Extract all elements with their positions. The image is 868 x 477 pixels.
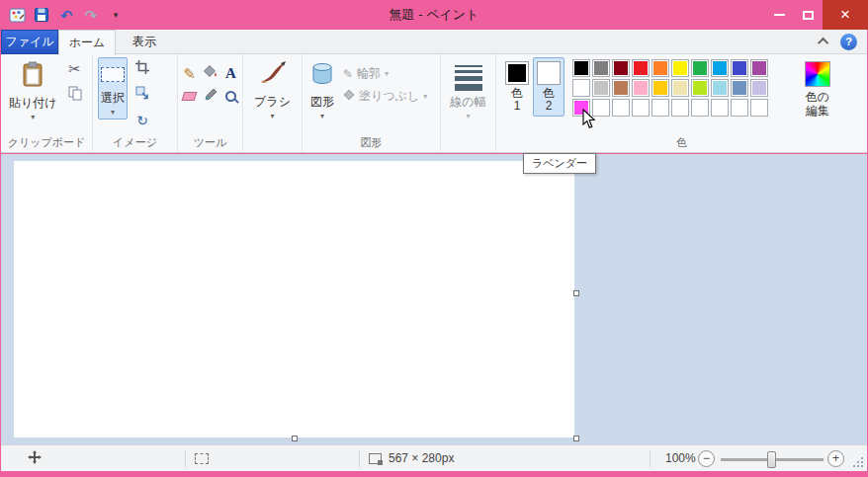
maximize-icon [803, 11, 814, 20]
palette-swatch[interactable] [711, 79, 729, 97]
text-button[interactable]: A [221, 63, 240, 84]
palette-swatch[interactable] [750, 59, 768, 77]
tabrow-right: ? [821, 30, 867, 53]
selection-size-indicator [195, 445, 209, 471]
shape-fill-label: 塗りつぶし [359, 88, 419, 105]
status-bar: 567 × 280px 100% − + [1, 444, 867, 471]
outline-button[interactable]: ✎ 輪郭 ▾ [343, 65, 427, 82]
copy-button[interactable] [63, 83, 87, 107]
palette-swatch[interactable] [691, 79, 709, 97]
shapes-button[interactable]: 図形 ▾ [307, 57, 337, 123]
statusbar-separator [359, 450, 360, 467]
palette-swatch[interactable] [632, 59, 650, 77]
help-button[interactable]: ? [840, 34, 857, 50]
color1-button[interactable]: 色1 [501, 57, 533, 117]
palette-swatch[interactable] [711, 99, 729, 117]
palette-swatch[interactable] [671, 59, 689, 77]
shape-fill-button[interactable]: 塗りつぶし ▾ [343, 88, 427, 105]
window-title: 無題 - ペイント [0, 0, 868, 30]
palette-swatch[interactable] [632, 99, 650, 117]
color-picker-button[interactable] [201, 86, 219, 107]
brushes-button[interactable]: ブラシ ▾ [251, 57, 294, 123]
zoom-in-button[interactable]: + [827, 450, 844, 467]
palette-swatch[interactable] [711, 59, 729, 77]
zoom-out-wrap: − [698, 445, 715, 471]
group-label-tools: ツール [178, 134, 242, 152]
edit-colors-button[interactable]: 色の編集 [794, 57, 841, 120]
fill-button[interactable] [201, 63, 219, 84]
resize-grip[interactable] [852, 456, 863, 467]
palette-swatch[interactable] [632, 79, 650, 97]
palette-swatch[interactable] [731, 79, 748, 97]
size-group: 線の幅 ▾ [440, 54, 495, 152]
palette-swatch[interactable] [612, 79, 630, 97]
paste-button[interactable]: 貼り付け ▾ [6, 57, 60, 124]
save-button[interactable] [33, 6, 50, 24]
palette-swatch[interactable] [750, 99, 768, 117]
eyedropper-icon [204, 88, 217, 106]
palette-swatch[interactable] [671, 99, 689, 117]
palette-swatch[interactable] [592, 59, 610, 77]
cut-button[interactable]: ✂ [63, 57, 87, 81]
palette-swatch[interactable] [572, 59, 590, 77]
magnifier-button[interactable] [221, 86, 240, 107]
palette-swatch[interactable] [572, 79, 590, 97]
palette-swatch[interactable] [592, 79, 610, 97]
close-button[interactable]: × [823, 0, 868, 30]
collapse-ribbon-chevron-icon[interactable] [818, 38, 828, 48]
palette-swatch[interactable] [691, 99, 709, 117]
outline-pencil-icon: ✎ [343, 67, 353, 81]
qat-dropdown-button[interactable]: ▾ [107, 6, 125, 24]
palette-swatch[interactable] [612, 59, 630, 77]
minimize-icon [774, 14, 785, 16]
palette-swatch[interactable] [691, 59, 709, 77]
tab-view[interactable]: 表示 [116, 30, 173, 54]
color2-label: 色2 [542, 87, 557, 113]
eraser-button[interactable] [180, 86, 199, 107]
maximize-button[interactable] [794, 0, 823, 30]
selection-size-icon [195, 453, 209, 464]
canvas[interactable] [14, 161, 574, 437]
edit-colors-rainbow-icon [805, 61, 830, 87]
ribbon-tab-row: ファイル ホーム 表示 ? [1, 30, 867, 54]
edit-colors-label: 色の編集 [800, 90, 835, 118]
minimize-button[interactable] [765, 0, 794, 30]
palette-swatch[interactable] [671, 79, 689, 97]
brushes-label: ブラシ [254, 94, 291, 111]
dropdown-arrow-icon: ▾ [270, 113, 274, 120]
undo-button[interactable]: ↶ [57, 6, 75, 24]
crop-button[interactable] [130, 57, 154, 81]
color2-button[interactable]: 色2 [533, 57, 564, 117]
group-label-clipboard: クリップボード [1, 134, 92, 152]
redo-button[interactable]: ↷ [82, 6, 100, 24]
palette-swatch[interactable] [731, 99, 748, 117]
tab-file[interactable]: ファイル [1, 30, 58, 54]
palette-swatch[interactable] [612, 99, 630, 117]
paint-logo-icon[interactable] [8, 6, 26, 24]
palette-swatch[interactable] [651, 79, 669, 97]
crop-icon [135, 60, 149, 78]
line-width-button[interactable]: 線の幅 ▾ [447, 57, 488, 123]
resize-handle-right[interactable] [573, 290, 579, 296]
tab-home[interactable]: ホーム [58, 30, 116, 55]
zoom-slider-thumb[interactable] [767, 451, 776, 468]
resize-icon [135, 86, 149, 104]
palette-swatch[interactable] [651, 59, 669, 77]
cursor-position-indicator [27, 445, 43, 471]
zoom-slider[interactable] [721, 458, 824, 461]
rotate-button[interactable]: ↻ [130, 109, 154, 132]
select-rectangle-icon [101, 67, 125, 82]
ribbon: 貼り付け ▾ ✂ [1, 54, 867, 153]
resize-handle-corner[interactable] [573, 436, 579, 441]
group-label-image: イメージ [93, 134, 177, 152]
select-button[interactable]: 選択 ▾ [98, 57, 128, 119]
select-label: 選択 [101, 90, 125, 107]
pencil-button[interactable]: ✎ [180, 63, 199, 84]
palette-swatch[interactable] [750, 79, 768, 97]
resize-handle-bottom[interactable] [292, 436, 298, 441]
palette-swatch[interactable] [731, 59, 748, 77]
resize-button[interactable] [130, 83, 154, 107]
palette-swatch[interactable] [651, 99, 669, 117]
tools-group: ✎ A [177, 54, 242, 152]
zoom-out-button[interactable]: − [698, 450, 715, 467]
